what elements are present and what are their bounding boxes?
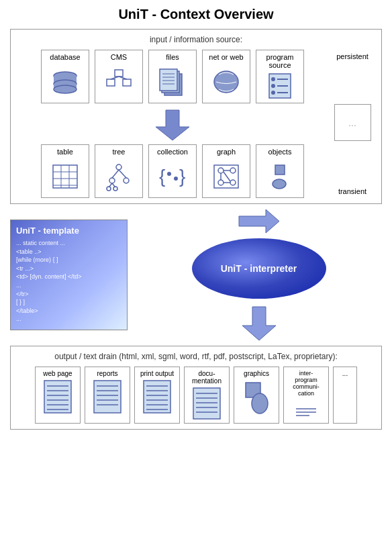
svg-point-46 bbox=[218, 168, 224, 173]
input-net-web: net or web bbox=[202, 50, 250, 103]
persistent-dots: ... bbox=[348, 117, 356, 128]
top-inner: database CMS bbox=[16, 50, 376, 198]
input-files: files bbox=[148, 50, 197, 103]
interpreter-ellipse: UniT - interpreter bbox=[192, 238, 326, 299]
cms-label: CMS bbox=[111, 53, 127, 61]
web-page-label: web page bbox=[43, 370, 72, 377]
reports-icon bbox=[93, 379, 122, 414]
data-table: table bbox=[41, 144, 89, 198]
svg-point-49 bbox=[230, 180, 236, 185]
data-objects: objects bbox=[256, 144, 304, 198]
svg-rect-6 bbox=[107, 79, 115, 86]
arrow-down-from-interpreter bbox=[242, 307, 276, 340]
output-label: output / text drain (html, xml, sgml, wo… bbox=[16, 352, 376, 361]
database-label: database bbox=[50, 53, 80, 61]
svg-rect-58 bbox=[44, 381, 71, 413]
svg-rect-78 bbox=[193, 388, 220, 419]
middle-section: UniT - template ... static content ... <… bbox=[10, 209, 382, 340]
transient-label: transient bbox=[338, 187, 366, 195]
cms-icon bbox=[98, 64, 140, 100]
collection-label: collection bbox=[157, 148, 188, 156]
collection-icon: { } bbox=[152, 158, 193, 195]
files-icon bbox=[152, 64, 193, 100]
svg-point-36 bbox=[124, 178, 129, 183]
bottom-section: output / text drain (html, xml, sgml, wo… bbox=[10, 346, 382, 430]
svg-text:{: { bbox=[159, 166, 165, 187]
svg-point-32 bbox=[116, 164, 121, 170]
output-reports: reports bbox=[85, 367, 130, 424]
top-main: database CMS bbox=[16, 50, 329, 198]
output-documentation: docu-mentation bbox=[184, 367, 230, 424]
data-collection: collection { } bbox=[148, 144, 197, 198]
web-page-icon bbox=[43, 379, 72, 414]
output-row: web page reports bbox=[16, 367, 376, 424]
input-database: database bbox=[41, 50, 89, 103]
svg-rect-71 bbox=[144, 381, 170, 413]
print-icon bbox=[142, 379, 172, 414]
tree-icon bbox=[98, 158, 140, 195]
files-label: files bbox=[166, 53, 179, 61]
input-label: input / information source: bbox=[16, 35, 376, 44]
svg-rect-7 bbox=[123, 79, 131, 86]
arrow-right-to-interpreter bbox=[239, 209, 279, 233]
svg-rect-26 bbox=[53, 165, 77, 188]
template-code: ... static content ... <table ..> [while… bbox=[16, 239, 121, 324]
svg-point-44 bbox=[174, 177, 178, 181]
svg-line-53 bbox=[224, 172, 230, 181]
objects-icon bbox=[259, 158, 301, 195]
svg-text:}: } bbox=[179, 166, 185, 187]
documentation-icon bbox=[192, 387, 222, 420]
input-row: database CMS bbox=[16, 50, 329, 103]
svg-rect-54 bbox=[275, 165, 285, 175]
program-source-icon bbox=[259, 72, 301, 100]
output-print: print output bbox=[134, 367, 180, 424]
svg-point-23 bbox=[271, 91, 275, 95]
graph-label: graph bbox=[217, 148, 236, 156]
table-icon bbox=[44, 158, 86, 195]
inter-program-label: inter-programcommuni-cation bbox=[293, 370, 320, 397]
table-label: table bbox=[57, 148, 73, 156]
svg-point-35 bbox=[109, 178, 115, 183]
print-label: print output bbox=[140, 370, 174, 377]
output-graphics: graphics bbox=[234, 367, 279, 424]
svg-marker-57 bbox=[242, 307, 276, 340]
reports-label: reports bbox=[97, 370, 117, 377]
database-icon bbox=[44, 64, 86, 100]
output-more: ... bbox=[333, 367, 357, 424]
svg-line-33 bbox=[112, 170, 119, 178]
program-source-label: program source bbox=[259, 53, 301, 69]
graphics-label: graphics bbox=[244, 370, 269, 377]
interpreter-label: UniT - interpreter bbox=[221, 263, 297, 274]
svg-point-48 bbox=[218, 180, 224, 185]
svg-point-55 bbox=[273, 179, 286, 189]
template-box: UniT - template ... static content ... <… bbox=[10, 220, 128, 330]
net-web-label: net or web bbox=[209, 53, 243, 61]
persistent-label: persistent bbox=[336, 52, 369, 60]
graphics-icon bbox=[242, 379, 271, 414]
output-web-page: web page bbox=[35, 367, 81, 424]
documentation-label: docu-mentation bbox=[192, 370, 222, 385]
persistent-box: ... bbox=[334, 104, 371, 141]
svg-rect-5 bbox=[115, 70, 123, 77]
svg-line-34 bbox=[119, 170, 126, 178]
graph-icon bbox=[205, 158, 247, 195]
input-cms: CMS bbox=[95, 50, 143, 103]
svg-marker-25 bbox=[156, 110, 189, 140]
page: UniT - Context Overview input / informat… bbox=[0, 0, 392, 436]
svg-point-19 bbox=[271, 77, 275, 81]
output-inter-program: inter-programcommuni-cation bbox=[283, 367, 329, 424]
page-title: UniT - Context Overview bbox=[10, 7, 382, 22]
top-section: input / information source: database bbox=[10, 29, 382, 204]
top-right-panel: persistent ... transient bbox=[329, 50, 376, 198]
tree-label: tree bbox=[113, 148, 126, 156]
svg-point-17 bbox=[214, 71, 238, 93]
net-web-icon bbox=[205, 64, 247, 100]
svg-rect-65 bbox=[94, 381, 121, 413]
inter-program-icon bbox=[293, 399, 320, 419]
data-types-row: table bbox=[16, 144, 329, 198]
input-program-source: program source bbox=[256, 50, 304, 103]
svg-point-43 bbox=[167, 172, 171, 176]
middle-center: UniT - interpreter bbox=[136, 209, 382, 340]
data-graph: graph bbox=[202, 144, 250, 198]
arrow-to-data-types bbox=[16, 110, 329, 140]
